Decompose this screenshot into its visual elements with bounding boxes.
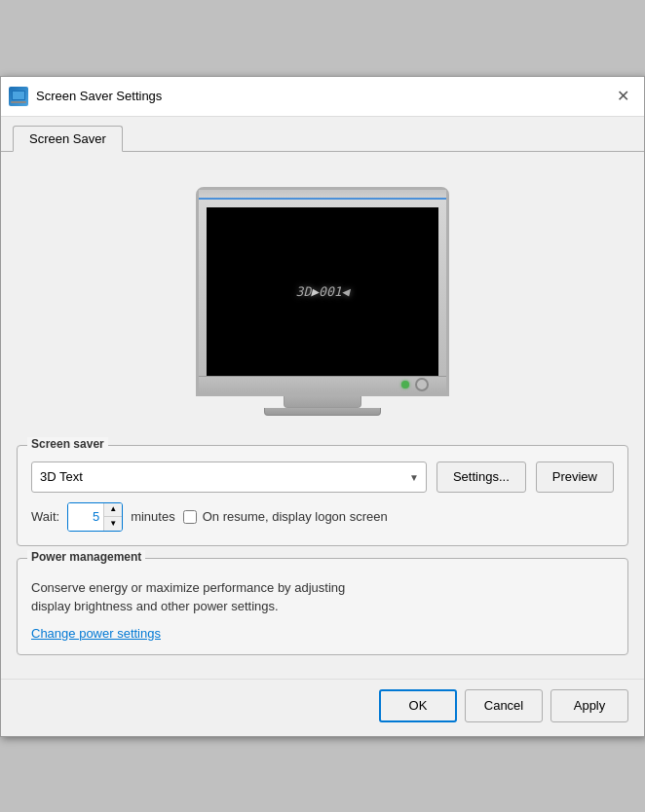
wait-spinbox: ▲ ▼ <box>67 502 123 532</box>
screensaver-controls-row: 3D Text (None) Blank Bubbles Mystify Pho… <box>31 461 614 493</box>
change-power-settings-link[interactable]: Change power settings <box>31 626 161 641</box>
screensaver-dropdown-wrapper: 3D Text (None) Blank Bubbles Mystify Pho… <box>31 461 427 493</box>
screensaver-dropdown[interactable]: 3D Text (None) Blank Bubbles Mystify Pho… <box>31 461 427 493</box>
svg-rect-1 <box>13 92 24 99</box>
power-management-section: Power management Conserve energy or maxi… <box>17 558 628 655</box>
spinbox-up-button[interactable]: ▲ <box>104 503 122 517</box>
monitor-bezel-top <box>199 190 446 200</box>
monitor-base <box>199 376 446 393</box>
monitor-wrapper: 3D▶001◀ <box>196 187 449 416</box>
power-section-label: Power management <box>27 550 145 564</box>
logon-checkbox-label[interactable]: On resume, display logon screen <box>203 509 388 524</box>
close-button[interactable]: ✕ <box>609 83 636 110</box>
wait-label: Wait: <box>31 509 59 524</box>
screen-saver-section-label: Screen saver <box>27 437 108 451</box>
logon-checkbox-wrapper: On resume, display logon screen <box>183 509 388 524</box>
preview-button[interactable]: Preview <box>536 461 614 493</box>
monitor-screen: 3D▶001◀ <box>207 207 438 376</box>
screensaver-preview-text: 3D▶001◀ <box>296 284 350 299</box>
monitor-preview-container: 3D▶001◀ <box>17 167 628 445</box>
apply-button[interactable]: Apply <box>550 689 628 722</box>
monitor-led <box>401 381 409 388</box>
dialog-content: 3D▶001◀ Screen saver 3D Text <box>1 152 644 679</box>
title-bar: Screen Saver Settings ✕ <box>1 77 644 117</box>
tab-screen-saver[interactable]: Screen Saver <box>13 126 123 152</box>
svg-rect-2 <box>11 101 26 103</box>
minutes-label: minutes <box>131 509 175 524</box>
wait-row: Wait: ▲ ▼ minutes On resume, display log… <box>31 502 614 532</box>
cancel-button[interactable]: Cancel <box>465 689 543 722</box>
monitor: 3D▶001◀ <box>196 187 449 396</box>
monitor-stand <box>284 396 361 408</box>
monitor-power-button <box>415 378 429 391</box>
window-title: Screen Saver Settings <box>36 89 601 103</box>
wait-input[interactable] <box>68 503 103 531</box>
spinbox-down-button[interactable]: ▼ <box>104 517 122 531</box>
power-description: Conserve energy or maximize performance … <box>31 578 614 616</box>
ok-button[interactable]: OK <box>379 689 457 722</box>
button-bar: OK Cancel Apply <box>1 679 644 736</box>
window-icon <box>9 87 28 106</box>
logon-checkbox[interactable] <box>183 510 197 524</box>
settings-button[interactable]: Settings... <box>436 461 526 493</box>
screen-saver-section: Screen saver 3D Text (None) Blank Bubble… <box>17 445 628 546</box>
monitor-foot <box>264 408 381 416</box>
tab-bar: Screen Saver <box>1 117 644 152</box>
spinbox-buttons: ▲ ▼ <box>103 503 122 531</box>
dialog-window: Screen Saver Settings ✕ Screen Saver 3D▶… <box>0 76 645 737</box>
